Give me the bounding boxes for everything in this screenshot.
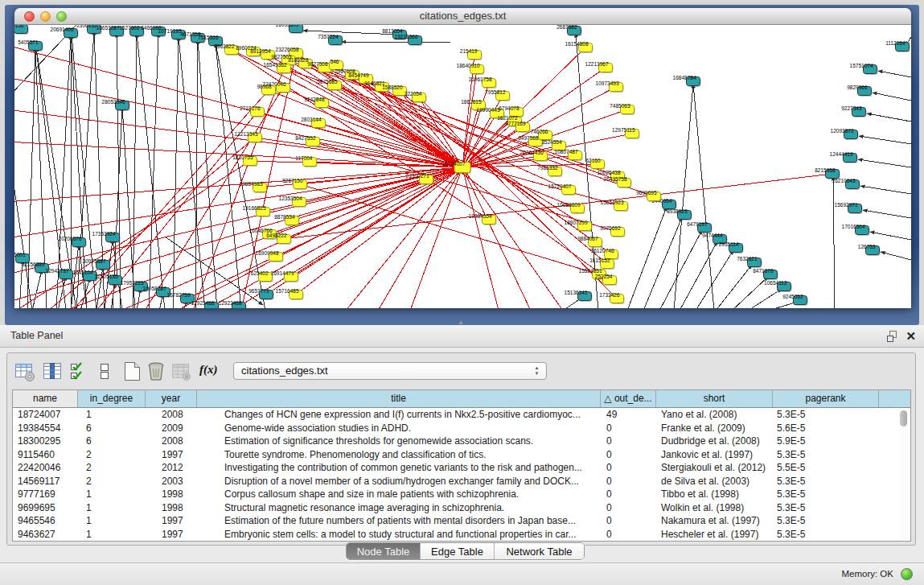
graph-node[interactable]: 15716485 [276, 288, 304, 301]
graph-edge[interactable] [342, 42, 450, 43]
graph-edge[interactable] [117, 33, 121, 308]
column-header-name[interactable]: name [13, 390, 78, 407]
graph-node[interactable]: 7625402 [248, 270, 273, 283]
column-header-short[interactable]: short [656, 390, 773, 407]
column-header-out_de[interactable]: △ out_de... [601, 390, 656, 407]
table-row[interactable]: 969969511998Structural magnetic resonanc… [13, 501, 910, 515]
table-row[interactable]: 911546021997Tourette syndrome. Phenomeno… [13, 448, 910, 462]
graph-node[interactable]: 7485063 [610, 103, 634, 116]
graph-edge[interactable] [627, 207, 667, 308]
function-builder-icon[interactable]: f(x) [199, 363, 218, 377]
graph-node[interactable]: 15136141 [565, 290, 593, 303]
table-selector-combobox[interactable]: citations_edges.txt ▲▼ [233, 362, 547, 380]
graph-edge[interactable] [300, 184, 599, 274]
graph-node[interactable]: 7632621 [737, 256, 762, 269]
graph-edge[interactable] [732, 277, 768, 308]
graph-node[interactable]: 117004 [295, 155, 317, 168]
network-graph[interactable]: 1565405571206914062306132106532871527602… [14, 25, 911, 308]
graph-node[interactable]: 12942737 [46, 268, 74, 281]
graph-edge[interactable] [352, 75, 462, 167]
graph-node[interactable]: 62160 [585, 158, 605, 171]
minimize-window-button[interactable] [40, 11, 51, 22]
graph-node[interactable]: 7986332 [537, 165, 562, 178]
graph-node[interactable]: 16961758 [469, 76, 497, 89]
graph-edge[interactable] [173, 36, 179, 308]
table-row[interactable]: 1938455462009Genome-wide association stu… [13, 422, 910, 435]
graph-node[interactable]: 15751074 [850, 63, 878, 76]
graph-edge[interactable] [873, 93, 911, 101]
graph-edge[interactable] [859, 136, 911, 144]
graph-node[interactable]: 5405571 [18, 39, 43, 52]
zoom-window-button[interactable] [56, 11, 67, 22]
graph-node[interactable]: 9884067 [577, 236, 602, 249]
graph-node[interactable]: 15692971 [835, 202, 863, 215]
graph-node[interactable]: 8471676 [753, 268, 778, 281]
close-window-button[interactable] [24, 11, 35, 22]
graph-edge[interactable] [195, 39, 198, 308]
graph-node[interactable]: 2687682 [556, 25, 581, 36]
graph-node[interactable]: 2935114 [719, 241, 744, 254]
row-height-icon[interactable] [99, 361, 112, 383]
graph-node[interactable]: 16033809 [276, 25, 304, 34]
tab-edge-table[interactable]: Edge Table [421, 543, 495, 559]
graph-node[interactable]: 10973493 [596, 80, 624, 93]
graph-node[interactable]: 12213343 [235, 131, 263, 144]
graph-edge[interactable] [860, 186, 911, 194]
graph-edge[interactable] [693, 84, 714, 308]
graph-node[interactable]: 9829966 [847, 84, 872, 97]
graph-edge[interactable] [748, 289, 782, 308]
tab-node-table[interactable]: Node Table [347, 543, 421, 559]
network-window-titlebar[interactable]: citations_edges.txt [14, 8, 911, 25]
graph-node[interactable]: 8878534 [274, 214, 299, 227]
format-columns-icon[interactable] [43, 361, 64, 383]
graph-node[interactable]: 15654923 [601, 200, 629, 212]
graph-edge[interactable] [858, 159, 911, 167]
graph-node[interactable]: 18807299 [565, 220, 593, 233]
graph-edge[interactable] [122, 106, 135, 308]
graph-edge[interactable] [296, 53, 610, 280]
graph-edge[interactable] [14, 167, 462, 202]
graph-edge[interactable] [296, 167, 462, 295]
graph-edge[interactable] [716, 265, 752, 308]
column-header-year[interactable]: year [146, 390, 197, 407]
graph-edge[interactable] [137, 33, 165, 308]
table-settings-icon[interactable] [14, 361, 36, 383]
graph-node[interactable]: 12975115 [612, 127, 639, 140]
graph-edge[interactable] [19, 260, 23, 308]
network-canvas[interactable]: 1565405571206914062306132106532871527602… [14, 25, 911, 308]
table-row[interactable]: 977716911998Corpus callosum shape and si… [13, 488, 910, 501]
graph-edge[interactable] [292, 167, 462, 220]
graph-edge[interactable] [149, 33, 158, 308]
graph-node[interactable]: 215419 [460, 48, 483, 61]
graph-edge[interactable] [32, 270, 42, 308]
import-table-icon[interactable] [171, 361, 193, 383]
graph-node[interactable]: 12213967 [585, 61, 614, 74]
table-row[interactable]: 946362711997Embryonic stem cells: a mode… [13, 528, 910, 542]
graph-edge[interactable] [659, 230, 702, 308]
graph-node[interactable]: 20691406 [51, 27, 79, 39]
graph-node[interactable]: 1112164 [885, 40, 910, 53]
graph-edge[interactable] [291, 167, 462, 277]
graph-node[interactable]: 1733426 [599, 292, 624, 305]
graph-edge[interactable] [289, 60, 462, 167]
graph-node[interactable]: 12444419 [830, 151, 858, 164]
table-row[interactable]: 1872400712008Changes of HCN gene express… [13, 408, 910, 422]
table-row[interactable]: 2242004622012Investigating the contribut… [13, 461, 910, 475]
graph-node[interactable]: 126753 [858, 244, 881, 257]
graph-edge[interactable] [881, 252, 911, 260]
graph-node[interactable]: 9975692 [600, 225, 625, 238]
graph-edge[interactable] [674, 84, 693, 308]
graph-node[interactable]: 18640910 [457, 63, 485, 76]
graph-node[interactable]: 9227343 [841, 105, 866, 118]
tab-network-table[interactable]: Network Table [495, 543, 584, 559]
graph-node[interactable]: 156 [14, 25, 29, 35]
column-header-title[interactable]: title [197, 390, 601, 407]
graph-edge[interactable] [867, 113, 911, 122]
select-rows-icon[interactable] [70, 361, 89, 383]
graph-edge[interactable] [643, 217, 682, 308]
graph-node[interactable]: 7955812 [485, 89, 510, 102]
graph-node[interactable]: 15720407 [548, 183, 577, 196]
graph-node[interactable]: 2803144 [301, 117, 326, 130]
graph-node[interactable]: 17016504 [842, 224, 870, 237]
graph-node[interactable]: 12093872 [831, 128, 859, 141]
